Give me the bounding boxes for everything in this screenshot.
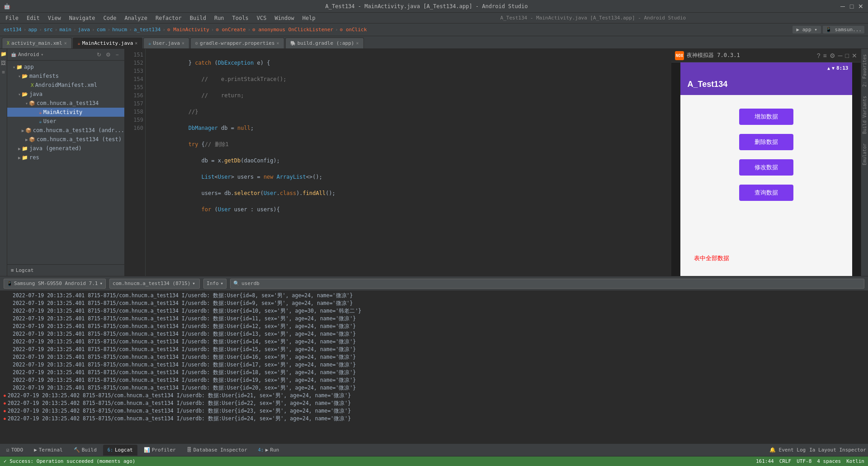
tree-item-label: java (generated) [29,145,82,152]
build-tab[interactable]: 🔨 Build [69,445,101,456]
breadcrumb-main[interactable]: main [59,27,71,33]
indent-size[interactable]: 4 spaces [817,458,841,464]
package-selector[interactable]: com.hnucm.a_test134 (8715) ▾ [109,279,200,289]
favorites-tab[interactable]: 2: Favorites [861,51,868,90]
todo-tab[interactable]: ☑ TODO [2,445,28,456]
menu-code[interactable]: Code [100,14,120,22]
breadcrumb-app[interactable]: app [28,27,37,33]
menu-vcs[interactable]: VCS [253,14,270,22]
database-inspector-tab[interactable]: 🗄 Database Inspector [182,445,252,456]
menu-refactor[interactable]: Refactor [152,14,185,22]
menu-build[interactable]: Build [186,14,210,22]
menu-tools[interactable]: Tools [229,14,252,22]
layout-inspector-link[interactable]: Ia Layout Inspector [809,447,866,453]
emulator-close-button[interactable]: ✕ [852,52,857,59]
breadcrumb-oncreate[interactable]: ⊙ onCreate [216,27,245,33]
logcat-tab[interactable]: 6: Logcat [103,445,137,456]
menu-analyze[interactable]: Analyze [121,14,151,22]
tree-item-com-hnucm[interactable]: ▾ 📦 com.hnucm.a_test134 [7,99,124,108]
dropdown-icon[interactable]: ▾ [41,52,43,57]
log-line: 2022-07-19 20:13:25.401 8715-8715/com.hn… [0,323,868,330]
log-line: ●2022-07-19 20:13:25.402 8715-8715/com.h… [0,392,868,399]
close-button[interactable]: ✕ [857,3,864,10]
tree-item-app[interactable]: ▾ 📁 app [7,62,124,71]
tree-item-java-generated[interactable]: ▶ 📁 java (generated) [7,144,124,153]
menu-window[interactable]: Window [271,14,297,22]
log-level-selector[interactable]: Info ▾ [203,279,226,289]
terminal-tab[interactable]: ▶ Terminal [29,445,67,456]
breadcrumb-src[interactable]: src [44,27,53,33]
breadcrumb-java[interactable]: java [78,27,90,33]
menu-run[interactable]: Run [211,14,228,22]
menu-file[interactable]: File [2,14,22,22]
kotlin-label[interactable]: Kotlin [846,458,864,464]
run-config-selector[interactable]: ▶ app ▾ [793,26,821,33]
tree-item-mainactivity[interactable]: ☕ MainActivity [7,108,124,117]
tab-build-gradle[interactable]: 🐘 build.gradle (:app) × [285,38,364,48]
tab-close-icon[interactable]: × [64,41,67,46]
line-separator[interactable]: CRLF [779,458,792,464]
breadcrumb-a-test134[interactable]: a_test134 [134,27,161,33]
tree-item-label: com.hnucm.a_test134 (test) [37,136,122,143]
breadcrumb-hnucm[interactable]: hnucm [112,27,127,33]
hamburger-icon: ≡ [11,267,14,273]
breadcrumb-est134[interactable]: est134 [4,27,22,33]
tab-close-icon[interactable]: × [182,41,184,46]
tab-gradle-wrapper[interactable]: ⚙ gradle-wrapper.properties × [190,38,284,48]
emulator-help-button[interactable]: ? [817,52,821,59]
emulator-settings-button[interactable]: ⚙ [830,52,835,59]
tree-item-com-test[interactable]: ▶ 📦 com.hnucm.a_test134 (test) [7,135,124,144]
tree-item-android-manifest[interactable]: X AndroidManifest.xml [7,81,124,90]
add-data-button[interactable]: 增加数据 [739,109,793,125]
tree-item-manifests[interactable]: ▾ 📂 manifests [7,71,124,81]
tab-close-icon[interactable]: × [277,41,279,46]
menu-view[interactable]: View [44,14,65,22]
tree-item-user[interactable]: ☕ User [7,117,124,126]
maximize-button[interactable]: □ [848,3,855,10]
run-tab[interactable]: 4: ▶ Run [254,445,284,456]
tree-item-java[interactable]: ▾ 📂 java [7,90,124,99]
emulator-minimize-button[interactable]: ─ [838,52,843,59]
breadcrumb-onclick[interactable]: ⊙ onClick [340,27,367,33]
menu-edit[interactable]: Edit [23,14,43,22]
device-selector[interactable]: 📱 samsun... [823,26,864,33]
emulator-maximize-button[interactable]: □ [845,52,849,59]
code-container[interactable]: 151 152 153 154 155 156 157 158 159 160 … [125,49,671,276]
event-log-link[interactable]: 🔔 Event Log [769,447,806,453]
tab-label: activity_main.xml [11,40,62,46]
emulator-tab[interactable]: Emulator [861,140,868,169]
menu-navigate[interactable]: Navigate [66,14,99,22]
breadcrumb-mainactivity[interactable]: ⊙ MainActivity [167,27,209,33]
emulator-menu-button[interactable]: ≡ [823,52,826,59]
logcat-search[interactable]: 🔍 userdb [230,279,864,289]
breadcrumb-com[interactable]: com [97,27,106,33]
tree-item-com-android[interactable]: ▶ 📦 com.hnucm.a_test134 (andr... [7,126,124,135]
minimize-button[interactable]: ─ [839,3,846,10]
menu-help[interactable]: Help [299,14,319,22]
collapse-button[interactable]: − [113,51,121,58]
build-variants-tab[interactable]: Build Variants [861,92,868,138]
device-selector[interactable]: 📱 Samsung SM-G9550 Android 7.1 ▾ [4,279,106,289]
git-branch[interactable]: 161:44 [756,458,774,464]
tab-main-activity[interactable]: ☕ MainActivity.java × [73,38,143,48]
tree-item-res[interactable]: ▶ 📁 res [7,153,124,162]
structure-icon[interactable]: ≡ [0,69,7,75]
code-editor: 151 152 153 154 155 156 157 158 159 160 … [125,49,671,276]
tab-close-icon[interactable]: × [135,41,137,46]
tab-user[interactable]: ☕ User.java × [143,38,189,48]
code-text[interactable]: } catch (DbException e) { // e.printStac… [146,49,671,276]
file-encoding[interactable]: UTF-8 [797,458,811,464]
project-icon[interactable]: 📁 [0,51,7,57]
query-data-button[interactable]: 查询数据 [739,185,793,201]
breadcrumb-onclick-listener[interactable]: ⊙ anonymous OnClickListener [252,27,333,33]
resource-icon[interactable]: 🖼 [0,60,7,66]
sync-button[interactable]: ↻ [95,51,103,58]
log-line: 2022-07-19 20:13:25.401 8715-8715/com.hn… [0,315,868,323]
tab-activity-main[interactable]: X activity_main.xml × [2,38,72,48]
profiler-tab[interactable]: 📊 Profiler [139,445,180,456]
emulator-titlebar: NOX 夜神模拟器 7.0.3.1 ? ≡ ⚙ ─ □ ✕ [671,49,861,62]
delete-data-button[interactable]: 删除数据 [739,134,793,150]
settings-gear-icon[interactable]: ⚙ [104,51,112,58]
tab-close-icon[interactable]: × [356,41,359,46]
modify-data-button[interactable]: 修改数据 [739,159,793,176]
